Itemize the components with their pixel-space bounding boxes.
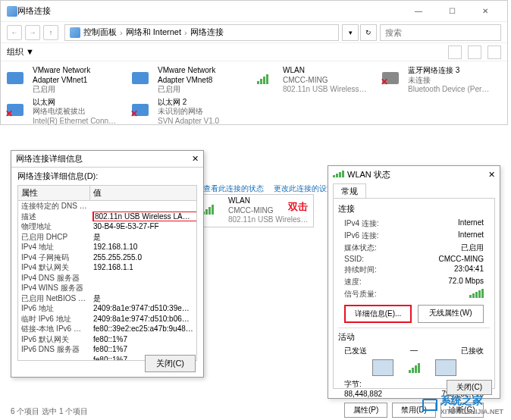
- network-icon: [7, 6, 17, 17]
- table-row[interactable]: IPv4 子网掩码255.255.255.0: [18, 252, 196, 263]
- column-header-property[interactable]: 属性: [18, 186, 90, 200]
- bytes-sent: 88,448,882: [344, 390, 382, 398]
- wireless-props-button[interactable]: 无线属性(W): [418, 305, 484, 323]
- table-row[interactable]: 连接特定的 DNS 后缀: [18, 201, 196, 212]
- status-close-button[interactable]: 关闭(C): [447, 380, 492, 395]
- close-button[interactable]: 关闭(C): [145, 355, 196, 372]
- breadcrumb-path[interactable]: 控制面板› 网络和 Internet› 网络连接: [64, 24, 339, 41]
- back-button[interactable]: ←: [7, 25, 22, 40]
- network-connections-window: 网络连接 — ☐ ✕ ← → ↑ 控制面板› 网络和 Internet› 网络连…: [0, 0, 508, 125]
- watermark-icon: [422, 399, 437, 411]
- monitor-sent-icon: [372, 359, 393, 376]
- window-title: 网络连接: [17, 5, 403, 17]
- section-activity: 活动: [338, 331, 490, 343]
- wifi-signal-icon: [202, 205, 214, 215]
- close-button[interactable]: ✕: [469, 2, 501, 21]
- organize-menu[interactable]: 组织 ▼: [7, 46, 34, 58]
- status-row: SSID:CMCC-MING: [338, 254, 490, 264]
- dialog-label: 网络连接详细信息(D):: [11, 168, 203, 185]
- adapter-wlan[interactable]: WLANCMCC-MING802.11n USB Wireless LAN Ca…: [257, 66, 367, 95]
- breadcrumb-2[interactable]: 网络和 Internet: [126, 27, 181, 38]
- breadcrumb-1[interactable]: 控制面板: [83, 27, 117, 38]
- wlan-status-window: WLAN 状态 ✕ 常规 连接 IPv4 连接:InternetIPv6 连接:…: [328, 165, 500, 399]
- maximize-button[interactable]: ☐: [436, 2, 468, 21]
- table-row[interactable]: 物理地址30-B4-9E-53-27-FF: [18, 221, 196, 232]
- properties-button[interactable]: 属性(P): [344, 403, 387, 418]
- table-row[interactable]: 链接-本地 IPv6 地址fe80::39e2:ec25:a47b:9u48%7: [18, 324, 196, 334]
- tab-change-settings[interactable]: 更改此连接的设置: [274, 184, 334, 193]
- table-row[interactable]: IPv6 默认网关fe80::1%7: [18, 334, 196, 345]
- table-row[interactable]: 已启用 DHCP是: [18, 232, 196, 243]
- tab-general[interactable]: 常规: [333, 183, 366, 199]
- properties-table: 属性 值 连接特定的 DNS 后缀描述802.11n USB Wireless …: [17, 185, 197, 361]
- status-row: IPv4 连接:Internet: [338, 218, 490, 230]
- wifi-signal-icon: [257, 74, 268, 84]
- minimize-button[interactable]: —: [403, 2, 434, 21]
- status-row: 速度:72.0 Mbps: [338, 276, 490, 288]
- up-button[interactable]: ↑: [43, 25, 58, 40]
- adapter-list: VMware Network Adapter VMnet1已启用 VMware …: [1, 61, 507, 130]
- wifi-activity-icon: [409, 363, 420, 373]
- table-row[interactable]: IPv4 DNS 服务器: [18, 273, 196, 284]
- monitor-recv-icon: [435, 359, 456, 376]
- section-connection: 连接: [338, 203, 490, 215]
- status-row: IPv6 连接:Internet: [338, 230, 490, 242]
- refresh-button[interactable]: ↻: [360, 24, 377, 41]
- activity-icons: [338, 359, 490, 376]
- table-row[interactable]: IPv6 地址2409:8a1e:9747:d510:39e2:ec25:a47…: [18, 303, 196, 314]
- connection-details-dialog: 网络连接详细信息 ✕ 网络连接详细信息(D): 属性 值 连接特定的 DNS 后…: [11, 150, 204, 378]
- table-row[interactable]: 临时 IPv6 地址2409:8a1e:9747:d510:b067:22d9:…: [18, 314, 196, 324]
- dialog-title: 网络连接详细信息: [16, 153, 83, 165]
- bytes-label: 字节:: [344, 379, 362, 390]
- wifi-icon: [333, 171, 344, 177]
- adapter-ethernet[interactable]: ✕ 以太网网络电缆被拔出Intel(R) Ethernet Connection…: [7, 98, 117, 127]
- table-row[interactable]: IPv4 地址192.168.1.10: [18, 242, 196, 252]
- history-button[interactable]: ▾: [342, 24, 359, 41]
- disabled-icon: ✕: [130, 108, 138, 119]
- adapter-vmnet1[interactable]: VMware Network Adapter VMnet1已启用: [7, 66, 117, 95]
- double-click-annotation: 双击: [288, 200, 308, 214]
- status-title-bar: WLAN 状态 ✕: [328, 166, 500, 183]
- forward-button[interactable]: →: [25, 25, 40, 40]
- watermark: 系统之家 XITONGZHIJIA.NET: [422, 394, 503, 415]
- adapter-ethernet2[interactable]: ✕ 以太网 2未识别的网络SVN Adapter V1.0: [132, 98, 242, 127]
- disabled-icon: ✕: [381, 77, 388, 87]
- search-input[interactable]: [380, 24, 501, 41]
- status-title: WLAN 状态: [347, 170, 390, 179]
- recv-label: 已接收: [461, 346, 484, 356]
- dialog-close-icon[interactable]: ✕: [192, 154, 199, 164]
- breadcrumb-bar: ← → ↑ 控制面板› 网络和 Internet› 网络连接 ▾ ↻: [1, 22, 507, 43]
- details-button[interactable]: 详细信息(E)...: [344, 305, 412, 323]
- table-row[interactable]: 描述802.11n USB Wireless LAN Card: [18, 212, 196, 222]
- table-row[interactable]: 已启用 NetBIOS over T...是: [18, 293, 196, 304]
- status-row: 持续时间:23:04:41: [338, 264, 490, 276]
- signal-bars-icon: [469, 289, 484, 298]
- disabled-icon: ✕: [5, 108, 13, 119]
- column-header-value[interactable]: 值: [90, 186, 196, 200]
- table-row[interactable]: IPv4 默认网关192.168.1.1: [18, 262, 196, 273]
- status-row: 信号质量:: [338, 288, 490, 300]
- adapter-vmnet8[interactable]: VMware Network Adapter VMnet8已启用: [132, 66, 242, 95]
- breadcrumb-3[interactable]: 网络连接: [190, 27, 224, 38]
- help-button[interactable]: [487, 45, 501, 59]
- view-details-button[interactable]: [468, 45, 481, 59]
- dialog-title-bar: 网络连接详细信息 ✕: [11, 151, 203, 168]
- view-icons-button[interactable]: [448, 45, 462, 59]
- status-bar: 6 个项目 选中 1 个项目: [11, 406, 88, 417]
- title-bar: 网络连接 — ☐ ✕: [1, 1, 507, 22]
- toolbar: 组织 ▼: [1, 43, 507, 61]
- table-row[interactable]: IPv6 DNS 服务器fe80::1%7: [18, 344, 196, 355]
- adapter-bluetooth[interactable]: ✕ 蓝牙网络连接 3未连接Bluetooth Device (Personal …: [382, 66, 492, 95]
- status-body: 连接 IPv4 连接:InternetIPv6 连接:Internet媒体状态:…: [333, 198, 495, 389]
- status-row: 媒体状态:已启用: [338, 242, 490, 254]
- status-close-icon[interactable]: ✕: [488, 170, 495, 180]
- watermark-url: XITONGZHIJIA.NET: [440, 408, 503, 415]
- table-row[interactable]: IPv4 WINS 服务器: [18, 283, 196, 293]
- path-icon: [70, 27, 80, 38]
- watermark-text: 系统之家: [440, 394, 483, 406]
- tab-view-status[interactable]: 查看此连接的状态: [203, 184, 264, 193]
- sent-label: 已发送: [344, 346, 367, 356]
